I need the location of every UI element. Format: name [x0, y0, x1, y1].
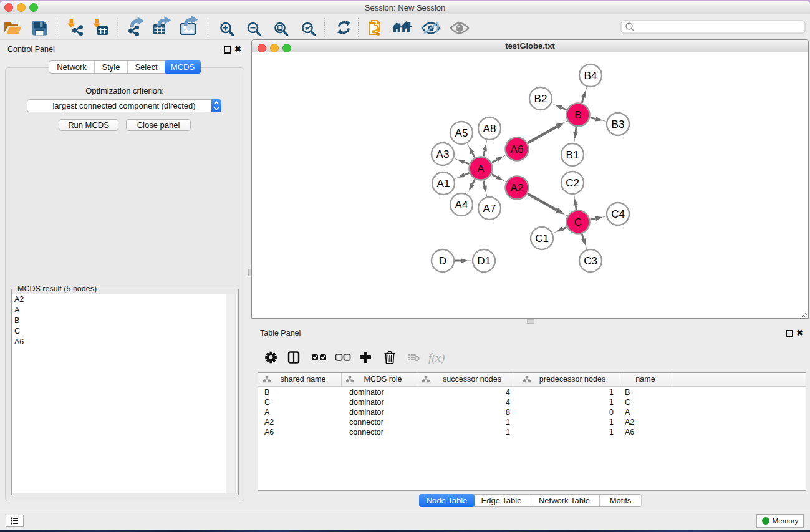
svg-text:f(x): f(x) — [428, 351, 445, 365]
svg-text:A1: A1 — [437, 178, 450, 190]
svg-text:A5: A5 — [455, 127, 468, 139]
svg-text:C: C — [574, 216, 582, 228]
svg-text:C2: C2 — [566, 177, 579, 189]
svg-text:B2: B2 — [534, 93, 547, 105]
svg-text:B4: B4 — [584, 70, 597, 82]
svg-text:A2: A2 — [511, 182, 524, 194]
svg-text:A7: A7 — [483, 203, 496, 215]
svg-text:A6: A6 — [511, 143, 524, 155]
svg-text:A: A — [477, 163, 485, 175]
svg-text:B1: B1 — [566, 149, 579, 161]
svg-text:B: B — [574, 109, 581, 121]
svg-text:D1: D1 — [477, 255, 491, 267]
svg-text:C1: C1 — [535, 233, 549, 244]
svg-text:B3: B3 — [612, 118, 625, 130]
svg-text:C4: C4 — [611, 208, 625, 220]
svg-text:C3: C3 — [584, 255, 597, 267]
svg-text:D: D — [439, 255, 446, 267]
svg-text:A3: A3 — [436, 148, 450, 160]
svg-text:A4: A4 — [455, 199, 468, 211]
svg-text:A8: A8 — [483, 123, 496, 135]
